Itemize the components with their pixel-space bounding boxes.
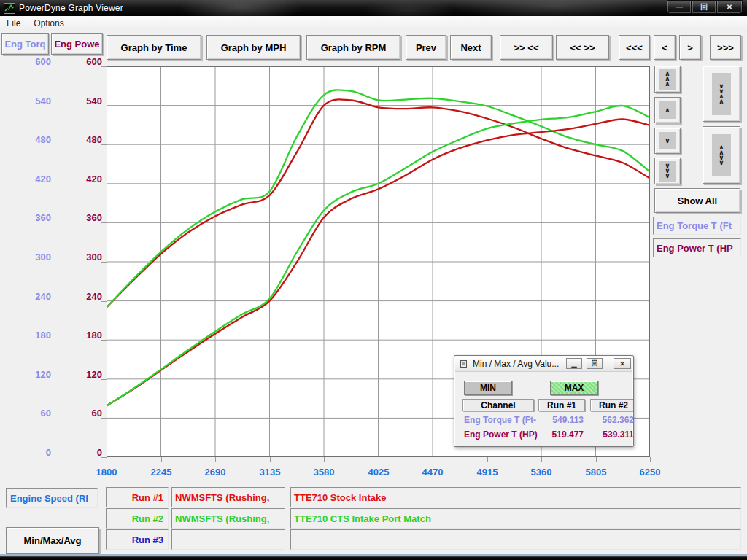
- y-axis-tickmark: [101, 457, 107, 458]
- y-axis-tick-power: 120: [58, 369, 102, 380]
- x-axis-tickmark: [433, 457, 433, 462]
- x-axis-tick: 4025: [355, 467, 402, 478]
- prev-button[interactable]: Prev: [406, 35, 446, 60]
- y-axis-tick-power: 600: [58, 56, 102, 67]
- run3-file-label: [171, 529, 285, 550]
- power-channel-button[interactable]: Eng Powe: [51, 33, 103, 55]
- pan-right-button[interactable]: >: [679, 35, 701, 60]
- x-axis-tickmark: [107, 457, 107, 462]
- x-axis-tick: 2690: [192, 467, 239, 478]
- x-axis-tick: 5360: [518, 467, 565, 478]
- run3-description-label: [290, 529, 741, 550]
- app-icon: [4, 3, 15, 14]
- scroll-down-button-icon: ∨: [659, 132, 676, 149]
- run1-label: Run #1: [106, 487, 169, 508]
- x-axis-tick: 6250: [627, 467, 673, 478]
- pan-left-button[interactable]: <: [654, 35, 676, 60]
- scroll-top-button-icon: ∧∧∧: [659, 69, 676, 90]
- minmax-minimize-button[interactable]: ▁: [566, 358, 582, 369]
- y-axis-tick-torque: 240: [7, 291, 51, 302]
- x-axis-tick: 4915: [464, 467, 511, 478]
- y-axis-tick-power: 360: [58, 212, 102, 223]
- torque-channel-button[interactable]: Eng Torq: [1, 33, 49, 55]
- x-axis-tick: 4470: [409, 467, 456, 478]
- minmax-window-title: Min / Max / Avg Valu...: [473, 359, 559, 369]
- minmax-title-bar[interactable]: Min / Max / Avg Valu...: [455, 357, 632, 372]
- close-button[interactable]: ✕: [716, 0, 743, 14]
- run1-description-label: TTE710 Stock Intake: [290, 487, 741, 508]
- scroll-down-button[interactable]: ∨: [654, 128, 681, 154]
- y-axis-tickmark: [101, 144, 107, 145]
- show-all-button[interactable]: Show All: [654, 188, 740, 213]
- x-axis-tickmark: [596, 457, 597, 462]
- graph-by-mph-button[interactable]: Graph by MPH: [206, 35, 301, 60]
- y-axis-tick-torque: 360: [7, 212, 51, 223]
- x-axis-tickmark: [487, 457, 488, 462]
- restore-button[interactable]: 回: [692, 0, 716, 14]
- run1-file-label: NWMSFTS (Rushing,: [171, 487, 285, 508]
- y-axis-tick-torque: 420: [7, 174, 51, 184]
- y-axis-tickmark: [101, 222, 107, 223]
- chevron-glyph: ∨: [665, 139, 670, 144]
- chevron-glyph: ∧: [719, 99, 724, 104]
- minmax-torque-run2-value: 562.362: [590, 415, 634, 425]
- y-axis-tickmark: [101, 262, 107, 262]
- y-axis-tick-power: 420: [58, 174, 102, 184]
- x-axis-tick: 3135: [247, 467, 293, 478]
- minmax-header-run1: Run #1: [538, 399, 585, 411]
- minimize-button[interactable]: —: [667, 0, 692, 14]
- y-axis-tick-power: 240: [58, 291, 102, 302]
- zoom-out-x-button[interactable]: << >>: [556, 35, 609, 60]
- y-axis-tickmark: [101, 184, 107, 184]
- y-axis-tick-torque: 300: [7, 252, 51, 262]
- x-axis-tick: 5805: [573, 467, 619, 478]
- graph-by-time-button[interactable]: Graph by Time: [107, 35, 201, 60]
- minmax-header-channel: Channel: [462, 399, 534, 411]
- y-axis-tickmark: [101, 379, 107, 380]
- expand-y-button-icon: ∧∧∨∨: [712, 134, 731, 176]
- x-axis-tickmark: [161, 457, 162, 462]
- y-axis-tick-power: 480: [58, 134, 102, 145]
- minmax-values-window[interactable]: Min / Max / Avg Valu... ▁ 回 ✕ MIN MAX Ch…: [454, 355, 634, 447]
- x-axis-tickmark: [270, 457, 271, 462]
- minmax-torque-run1-value: 549.113: [538, 415, 584, 425]
- scroll-up-button[interactable]: ∧: [654, 97, 681, 123]
- expand-y-button[interactable]: ∧∧∨∨: [703, 126, 740, 184]
- x-axis-tick: 1800: [83, 467, 130, 478]
- title-bar[interactable]: PowerDyne Graph Viewer — 回 ✕: [0, 0, 747, 16]
- y-axis-tick-power: 540: [58, 96, 102, 106]
- compress-y-button-icon: ∨∨∧∧: [712, 73, 731, 115]
- scroll-top-button[interactable]: ∧∧∧: [654, 66, 681, 93]
- y-axis-tickmark: [101, 106, 107, 106]
- max-toggle-button[interactable]: MAX: [550, 381, 598, 395]
- y-axis-tick-torque: 180: [7, 330, 51, 341]
- powerdyne-window: PowerDyne Graph Viewer — 回 ✕ File Option…: [0, 0, 747, 560]
- y-axis-tick-torque: 600: [7, 56, 51, 67]
- menu-file[interactable]: File: [0, 17, 27, 30]
- y-axis-torque-channel-label: Eng Torque T (Ft: [653, 217, 741, 235]
- next-button[interactable]: Next: [450, 35, 492, 60]
- menu-options[interactable]: Options: [27, 17, 70, 30]
- run2-file-label: NWMSFTS (Rushing,: [171, 508, 285, 529]
- compress-y-button[interactable]: ∨∨∧∧: [703, 66, 740, 122]
- y-axis-tick-torque: 540: [7, 96, 51, 106]
- y-axis-tickmark: [101, 66, 107, 67]
- y-axis-tickmark: [101, 418, 107, 419]
- zoom-in-x-button[interactable]: >> <<: [500, 35, 553, 60]
- pan-right-fast-button[interactable]: >>>: [710, 35, 741, 60]
- x-axis-tick: 2245: [138, 467, 185, 478]
- y-axis-tick-torque: 480: [7, 134, 51, 145]
- y-axis-tick-power: 180: [58, 330, 102, 341]
- y-axis-tick-torque: 0: [7, 447, 51, 458]
- minmax-avg-button[interactable]: Min/Max/Avg: [6, 527, 99, 554]
- x-axis-tickmark: [650, 457, 651, 462]
- pan-left-fast-button[interactable]: <<<: [619, 35, 650, 60]
- min-toggle-button[interactable]: MIN: [464, 381, 512, 395]
- minmax-close-button[interactable]: ✕: [614, 358, 631, 369]
- scroll-bottom-button[interactable]: ∨∨∨: [654, 158, 681, 184]
- graph-by-rpm-button[interactable]: Graph by RPM: [306, 35, 400, 60]
- window-title: PowerDyne Graph Viewer: [19, 3, 123, 13]
- minmax-restore-button[interactable]: 回: [587, 358, 603, 369]
- minmax-row-torque-label: Eng Torque T (Ft-: [464, 415, 536, 425]
- run3-label: Run #3: [106, 529, 169, 550]
